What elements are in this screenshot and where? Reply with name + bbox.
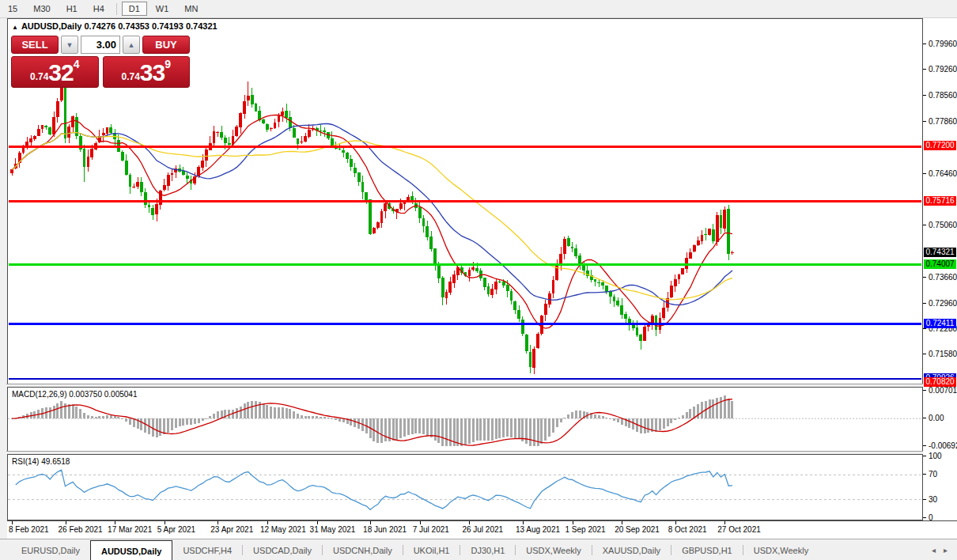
timeframe-button-h4[interactable]: H4	[86, 2, 112, 16]
axis-tick-mark	[923, 418, 926, 418]
axis-tick-mark	[923, 474, 926, 475]
sell-button[interactable]: SELL	[11, 36, 59, 54]
rsi-chart	[8, 455, 921, 518]
sell-price-panel[interactable]: 0.74 32 4	[11, 56, 99, 88]
macd-label: MACD(12,26,9) 0.003750 0.005041	[12, 390, 137, 399]
date-tick-mark	[66, 521, 66, 524]
date-axis[interactable]: 8 Feb 202126 Feb 202117 Mar 20215 Apr 20…	[7, 520, 957, 539]
ohlc-low: 0.74193	[152, 21, 183, 31]
buy-price-panel[interactable]: 0.74 33 9	[103, 56, 191, 88]
chart-tab-eurusd[interactable]: EURUSD,Daily	[11, 539, 90, 560]
price-axis-label: 0.78560	[929, 91, 957, 100]
chart-tab-bar: EURUSD,DailyAUDUSD,DailyUSDCHF,H4USDCAD,…	[0, 539, 957, 560]
date-tick-mark	[420, 521, 421, 524]
tab-scroll-right-icon[interactable]: ▸	[944, 546, 948, 554]
sell-price-main: 32	[48, 61, 73, 85]
chart-tab-usdcad[interactable]: USDCAD,Daily	[243, 539, 322, 560]
horizontal-level-line[interactable]	[9, 263, 921, 266]
date-axis-label: 7 Jul 2021	[413, 525, 449, 534]
chart-tab-dj30[interactable]: DJ30,H1	[460, 539, 515, 560]
price-axis-label: 0.72960	[929, 298, 957, 307]
buy-price-main: 33	[140, 61, 165, 85]
price-level-badge: 0.74007	[924, 259, 956, 269]
horizontal-level-line[interactable]	[9, 323, 921, 325]
axis-tick-mark	[923, 303, 926, 304]
chart-tab-xauusd[interactable]: XAUUSD,Daily	[592, 539, 671, 560]
price-chart-area[interactable]: ▲AUDUSD,Daily 0.74276 0.74353 0.74193 0.…	[7, 18, 923, 384]
date-axis-label: 26 Feb 2021	[59, 525, 103, 534]
price-axis-label: 0.76460	[929, 168, 957, 177]
toolbar-separator	[116, 3, 117, 15]
date-tick-mark	[622, 521, 622, 524]
date-tick-mark	[573, 521, 573, 524]
symbol-title: AUDUSD,Daily	[21, 21, 81, 31]
axis-tick-mark	[923, 69, 926, 70]
timeframe-button-h1[interactable]: H1	[59, 2, 85, 16]
timeframe-button-15[interactable]: 15	[1, 2, 25, 16]
chart-tab-usdcnh[interactable]: USDCNH,Daily	[323, 539, 403, 560]
horizontal-level-line[interactable]	[9, 378, 921, 380]
horizontal-level-line[interactable]	[9, 200, 921, 202]
collapse-arrow-icon[interactable]: ▲	[12, 24, 18, 31]
price-scale[interactable]: 0.772000.757160.740070.724110.709260.708…	[923, 18, 957, 520]
macd-chart	[8, 388, 921, 449]
chart-tab-usdchf[interactable]: USDCHF,H4	[172, 539, 242, 560]
volume-input[interactable]	[81, 36, 120, 54]
date-axis-label: 13 Aug 2021	[516, 525, 560, 534]
date-tick-mark	[724, 521, 725, 524]
rsi-axis-label: 70	[929, 470, 937, 479]
buy-price-prefix: 0.74	[121, 69, 139, 85]
chart-tab-gbpusd[interactable]: GBPUSD,H1	[671, 539, 743, 560]
date-tick-mark	[469, 521, 470, 524]
axis-tick-mark	[923, 95, 926, 96]
buy-button[interactable]: BUY	[142, 36, 190, 54]
buy-price-pip: 9	[165, 59, 171, 70]
horizontal-level-line[interactable]	[9, 146, 921, 148]
tab-scroll-left-icon[interactable]: ◂	[932, 546, 936, 554]
rsi-axis-label: 100	[929, 452, 942, 460]
sell-price-prefix: 0.74	[30, 69, 48, 85]
volume-increase-button[interactable]: ▲	[123, 36, 140, 54]
trading-platform-window: 15M30H1H4D1W1MN ▲AUDUSD,Daily 0.74276 0.…	[0, 0, 957, 560]
date-tick-mark	[12, 521, 13, 524]
timeframe-button-w1[interactable]: W1	[149, 2, 176, 16]
date-tick-mark	[523, 521, 524, 524]
date-axis-label: 1 Sep 2021	[566, 525, 606, 534]
timeframe-button-mn[interactable]: MN	[177, 2, 205, 16]
axis-tick-mark	[923, 354, 926, 354]
timeframe-toolbar: 15M30H1H4D1W1MN	[0, 0, 957, 18]
date-tick-mark	[218, 521, 218, 524]
axis-tick-mark	[923, 390, 926, 391]
price-level-badge: 0.72411	[924, 319, 956, 328]
sell-price-pip: 4	[74, 59, 80, 70]
date-axis-label: 12 May 2021	[260, 525, 306, 534]
date-axis-label: 31 May 2021	[310, 525, 356, 534]
price-level-badge: 0.75716	[924, 196, 956, 206]
current-price-badge: 0.74321	[924, 248, 956, 257]
ohlc-high: 0.74353	[118, 21, 149, 31]
macd-indicator-panel[interactable]: MACD(12,26,9) 0.003750 0.005041	[7, 387, 923, 452]
axis-tick-mark	[923, 225, 926, 225]
chart-tab-usdx[interactable]: USDX,Weekly	[516, 539, 591, 560]
chart-tab-ukoil[interactable]: UKOil,H1	[403, 539, 460, 560]
axis-tick-mark	[923, 499, 926, 500]
date-axis-label: 18 Jun 2021	[363, 525, 407, 534]
chart-tab-audusd[interactable]: AUDUSD,Daily	[90, 540, 172, 560]
timeframe-button-d1[interactable]: D1	[122, 2, 147, 16]
price-level-badge: 0.70820	[924, 377, 956, 387]
volume-decrease-button[interactable]: ▼	[61, 36, 78, 54]
price-axis-label: 0.73660	[929, 272, 957, 281]
axis-tick-mark	[923, 277, 926, 278]
rsi-indicator-panel[interactable]: RSI(14) 49.6518	[7, 454, 923, 520]
date-axis-label: 8 Feb 2021	[9, 525, 49, 534]
chart-tab-usdx[interactable]: USDX,Weekly	[743, 539, 819, 560]
ohlc-close: 0.74321	[186, 21, 218, 31]
axis-tick-mark	[923, 173, 926, 174]
timeframe-button-m30[interactable]: M30	[26, 2, 57, 16]
date-axis-label: 8 Oct 2021	[668, 525, 707, 534]
price-axis-label: 0.77860	[929, 117, 957, 126]
date-axis-label: 20 Sep 2021	[615, 525, 660, 534]
price-axis-label: 0.75060	[929, 221, 957, 229]
date-tick-mark	[165, 521, 165, 524]
ohlc-open: 0.74276	[84, 21, 115, 31]
